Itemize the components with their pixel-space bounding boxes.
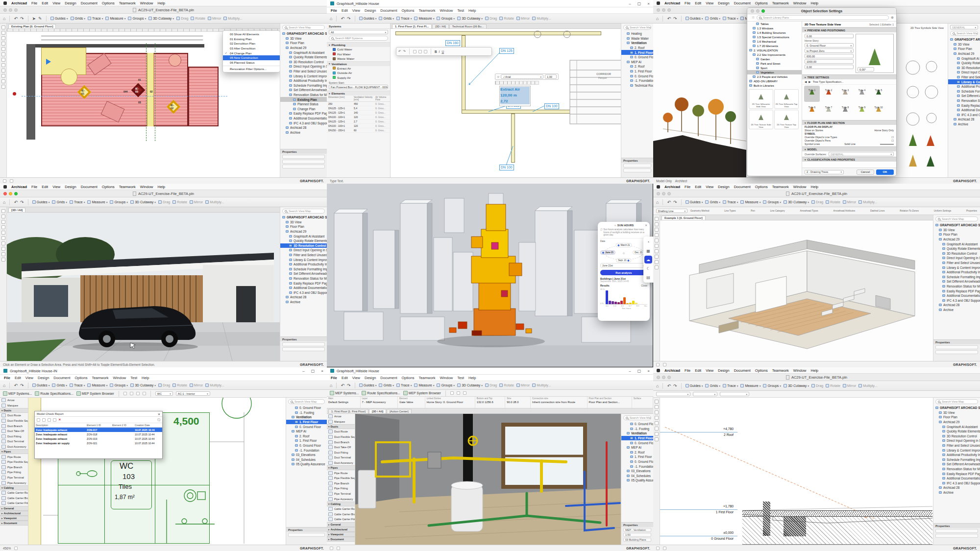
view-map-search[interactable]: Search View Map — [623, 25, 651, 30]
view-map-item[interactable]: 3D View — [933, 228, 980, 233]
library-tree-item[interactable]: 1.4 Building Structures — [747, 30, 802, 35]
window-controls[interactable]: –▢× — [629, 1, 650, 6]
infobar-section-label[interactable]: Line Types — [724, 210, 735, 212]
toolbar-button[interactable]: Measure — [87, 383, 107, 387]
view-map-item[interactable]: IFC 4.3 and OBJ Support — [948, 113, 980, 118]
section-model[interactable]: MODEL — [802, 146, 896, 151]
view-tab[interactable]: [3D / All] — [432, 24, 449, 28]
library-search[interactable]: Search Library Parts — [757, 15, 889, 20]
view-map-item[interactable]: GRAPHISOFT ARCHICAD Sample Project - Hil… — [948, 37, 980, 42]
view-map-item[interactable]: Quickly Rotate Elements — [280, 239, 327, 243]
toolbox-item[interactable]: Duct Branch — [0, 423, 28, 429]
infobar-section[interactable]: Connection size Inherit connection size … — [531, 397, 588, 408]
toolbar-button[interactable]: Trace — [70, 200, 85, 204]
view-map-item[interactable]: 0. Ground Floor — [286, 424, 327, 429]
view-map-item[interactable]: Renovation Status for Markers — [933, 284, 980, 289]
menu-item[interactable]: Edit — [695, 185, 701, 189]
properties-header[interactable]: Properties — [286, 527, 327, 532]
report-tool-icon[interactable]: ▤ — [644, 273, 652, 281]
section-viewport[interactable]: +4,780 2 Roof +1,780 1 First Floor ±0,00… — [660, 398, 933, 545]
close-icon[interactable]: ✕ — [158, 412, 160, 416]
view-map-item[interactable]: Filter and Select Unused Views — [933, 261, 980, 265]
favorites-star-icon[interactable]: ☆ — [497, 75, 499, 78]
view-map-item[interactable]: 1. First Floor — [286, 438, 327, 443]
menu-item[interactable]: Window — [113, 376, 126, 380]
toolbox-item[interactable]: Pipe Route — [0, 454, 28, 459]
view-map-item[interactable]: Ventilation — [621, 41, 653, 46]
offset-field[interactable]: 0,00 — [805, 65, 854, 69]
tool-strip[interactable] — [0, 207, 7, 361]
status-icon[interactable] — [337, 547, 340, 550]
toolbox-item[interactable]: Cabling — [327, 502, 355, 506]
toolbar-button[interactable]: Groups — [763, 200, 781, 204]
layer-combination[interactable]: Architect — [675, 179, 687, 183]
redo-icon[interactable]: ↷ — [347, 16, 351, 21]
view-map-item[interactable]: Set Different Arrowheads for Line Tools — [933, 279, 980, 284]
status-icon[interactable] — [656, 547, 660, 550]
apple-menu-icon[interactable] — [657, 369, 660, 372]
toolbar-button[interactable]: Rotate — [826, 384, 840, 387]
menu-item[interactable]: Teamwork — [92, 376, 108, 380]
toolbar-button[interactable]: 3D Cutaway — [457, 17, 483, 20]
toolbox-item[interactable]: Duct Accessory — [0, 444, 28, 450]
view-map-item[interactable]: Schedule Formatting Improvements — [280, 83, 327, 88]
menu-item[interactable]: Help — [811, 368, 818, 373]
view-map-item[interactable]: 3D Resolution Control — [933, 434, 980, 439]
menu-option[interactable]: 05 New Construction — [223, 55, 280, 60]
view-map-item[interactable]: 0. Ground Floor — [286, 443, 327, 448]
toolbar-button[interactable]: Drag — [811, 200, 823, 204]
view-map-item[interactable]: Graphisoft AI Assistant — [280, 234, 327, 239]
library-thumbnail[interactable]: 2D Tree Texture Side View — [749, 110, 773, 129]
toolbar-button[interactable]: Drag — [158, 200, 170, 204]
marker-play-blue[interactable] — [46, 59, 51, 65]
library-tree-item[interactable]: Built-in Libraries — [747, 83, 802, 88]
infobar-section-label[interactable]: Arrowhead Attributes — [833, 210, 856, 212]
date-march[interactable]: March 21 — [615, 243, 632, 247]
menu-item[interactable]: Design — [65, 185, 76, 189]
view-tab[interactable]: Existing Plan [0. Ground Floor] — [8, 24, 56, 28]
properties-header[interactable]: Properties — [621, 523, 653, 527]
report-row[interactable]: Zone: Inadequate exhaustZON-01910.07.202… — [35, 436, 162, 441]
view-map-item[interactable]: GRAPHISOFT ARCHICAD Sample Project - Hil… — [280, 215, 327, 220]
apple-menu-icon[interactable] — [657, 185, 660, 189]
toolbar-button[interactable]: Rotate — [499, 383, 514, 387]
toolbar-button[interactable]: Grids — [52, 383, 67, 387]
toolbar-button[interactable]: 3D Cutaway — [130, 200, 156, 204]
toolbox-item[interactable]: Duct Fitting — [327, 450, 355, 455]
library-tree-item[interactable]: 1.5 Special Constructions — [747, 35, 802, 39]
view-map-item[interactable]: Direct Input Opening in Section/Elevatio… — [280, 64, 327, 69]
status-icon[interactable] — [14, 547, 18, 550]
toolbox-item[interactable]: Duct Flexible Segment — [327, 434, 355, 440]
toolbox-item[interactable]: Cable Carrier Branch — [327, 512, 355, 517]
toolbox-item[interactable]: Pipe Terminal — [0, 475, 28, 480]
menu-item[interactable]: Teamwork — [772, 368, 789, 373]
library-tree-item[interactable]: Sport — [747, 66, 802, 70]
view-map-item[interactable]: Direct Input Opening in Section/Elevatio… — [933, 256, 980, 261]
menu-item[interactable]: Options — [102, 185, 115, 189]
window-titlebar[interactable]: AC29-UT_Exercise-File_BETA.pln — [0, 190, 327, 197]
infobar-section-label[interactable]: Geometry Method — [690, 210, 709, 212]
toolbar-button[interactable]: Drag — [811, 384, 823, 387]
zone-name-wc[interactable]: WC — [120, 461, 133, 471]
tool-icon[interactable] — [463, 391, 466, 395]
view-map-item[interactable]: Easily Replace PDF Pages — [948, 103, 980, 108]
property-row[interactable] — [282, 160, 325, 164]
infobar-section-label[interactable]: Arrowhead Types — [800, 210, 818, 212]
toolbar-button[interactable]: Grids — [52, 200, 67, 204]
element-row[interactable]: DN125 - 125×12,70. Grou... — [327, 120, 390, 124]
menu-option[interactable]: Renovation Filter Options... — [223, 66, 280, 71]
window-titlebar[interactable]: Graphisoft_Hillside House –▢× — [327, 0, 653, 7]
view-map-item[interactable]: Archive — [933, 490, 980, 495]
toolbar-button[interactable]: Groups — [110, 200, 128, 204]
menu-item[interactable]: Test — [457, 8, 464, 13]
align-center-icon[interactable] — [418, 50, 422, 53]
view-map-item[interactable]: Easily Replace PDF Pages — [280, 281, 327, 286]
view-map-item[interactable]: Archicad 29 — [933, 237, 980, 242]
toolbar-button[interactable]: Measure — [414, 17, 434, 20]
col-airflow[interactable]: Air Volume Flow — [375, 96, 390, 101]
view-map-item[interactable]: Quickly Rotate Elements — [933, 246, 980, 251]
toolbox-item[interactable]: Architectural — [0, 511, 28, 516]
library-tree-item[interactable]: 2.3 People and Vehicles — [747, 74, 802, 79]
view-map-item[interactable]: Renovation Status for Markers — [280, 276, 327, 281]
library-tree-item[interactable]: 1.7 2D Elements — [747, 44, 802, 48]
